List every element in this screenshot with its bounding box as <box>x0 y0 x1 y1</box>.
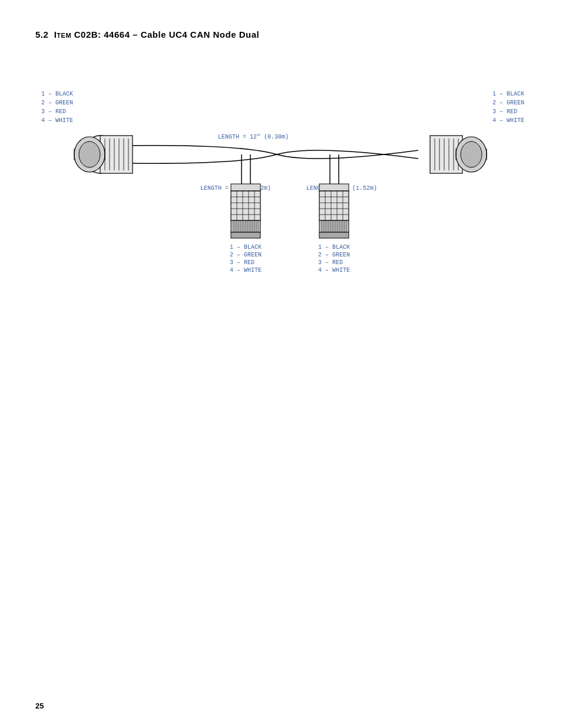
length-top-label: LENGTH = 12" (0.30m) <box>218 134 289 140</box>
bottom-left-connector-labels: 1 – BLACK <box>230 244 262 251</box>
svg-rect-51 <box>319 191 349 220</box>
page: 5.2 Item C02B: 44664 – Cable UC4 CAN Nod… <box>0 0 562 728</box>
svg-text:2  –  GREEN: 2 – GREEN <box>230 252 262 258</box>
svg-point-9 <box>79 141 100 167</box>
svg-rect-23 <box>231 184 260 191</box>
svg-rect-50 <box>319 184 349 191</box>
svg-point-20 <box>461 141 482 167</box>
svg-text:4  –  WHITE: 4 – WHITE <box>318 267 350 274</box>
svg-rect-76 <box>319 232 349 238</box>
svg-text:3  –  RED: 3 – RED <box>318 259 343 266</box>
svg-rect-24 <box>231 191 260 220</box>
svg-text:4  –  WHITE: 4 – WHITE <box>230 267 262 274</box>
section-title: 5.2 Item C02B: 44664 – Cable UC4 CAN Nod… <box>35 29 527 39</box>
bottom-right-connector-labels: 1 – BLACK <box>318 244 350 251</box>
page-number: 25 <box>35 701 44 710</box>
svg-text:3  –  RED: 3 – RED <box>230 259 254 266</box>
svg-text:2  –  GREEN: 2 – GREEN <box>318 252 350 258</box>
svg-rect-49 <box>231 232 260 238</box>
diagram-container: 1 – BLACK 2 – GREEN 3 – RED 4 – WHITE 1 … <box>41 57 524 305</box>
cable-diagram-svg: LENGTH = 12" (0.30m) LENGTH = 60" (1.52m… <box>41 57 524 305</box>
